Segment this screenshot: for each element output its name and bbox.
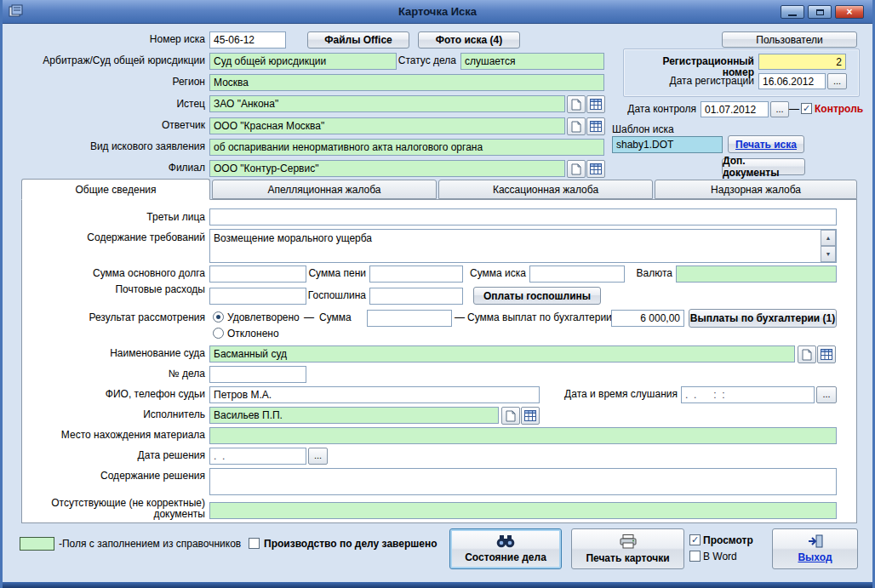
accounting-payments-button[interactable]: Выплаты по бухгалтерии (1) [689,309,837,328]
case-no-field[interactable] [209,366,306,383]
tab-general[interactable]: Общие сведения [21,179,210,200]
tab-cassation[interactable]: Кассационная жалоба [438,180,653,199]
state-duty-label: Госпошлина [306,290,366,301]
print-claim-label: Печать иска [735,139,797,151]
tab-supervisory[interactable]: Надзорная жалоба [655,180,857,199]
currency-field[interactable] [676,265,837,283]
control-date-field[interactable]: 01.07.2012 [701,101,769,117]
result-dash-2: — [455,312,465,323]
legend-label: -Поля с заполнением из справочников [59,539,241,550]
executor-dictionary-button[interactable] [521,407,540,425]
case-state-label: Состояние дела [465,551,546,563]
result-satisfied-label: Удовлетворено [227,312,300,323]
claim-template-field[interactable]: shaby1.DOT [612,136,723,153]
exit-button[interactable]: Выход [772,528,858,569]
claim-amount-field[interactable] [529,265,625,283]
claim-content-scroll-up-button[interactable]: ▲ [821,230,836,246]
claim-content-field[interactable]: Возмещение морального ущерба [209,229,837,263]
region-field[interactable]: Москва [209,74,604,91]
defendant-dictionary-button[interactable] [586,117,605,135]
binoculars-icon [495,534,516,548]
control-date-picker-button[interactable]: ... [770,101,789,117]
print-card-button[interactable]: Печать карточки [571,528,684,569]
print-claim-button[interactable]: Печать иска [728,135,804,153]
case-card-window: Карточка Иска × Номер иска 45-06-12 Файл… [0,0,875,588]
extra-documents-button[interactable]: Доп. документы [722,158,805,175]
result-satisfied-radio[interactable] [213,311,224,323]
registration-date-picker-button[interactable]: ... [827,73,847,89]
penalty-sum-label: Сумма пени [306,268,366,279]
court-name-clear-button[interactable] [798,345,816,363]
check-icon: ✓ [803,104,810,113]
maximize-button[interactable] [808,5,832,19]
files-office-button[interactable]: Файлы Office [307,31,409,49]
defendant-clear-button[interactable] [567,117,586,135]
users-button[interactable]: Пользователи [722,31,857,48]
case-finished-checkbox[interactable] [249,538,260,549]
principal-sum-label: Сумма основного долга [26,268,205,279]
plaintiff-field[interactable]: ЗАО "Анкона" [209,95,565,112]
penalty-sum-field[interactable] [369,265,463,283]
claim-photos-button[interactable]: Фото иска (4) [418,31,520,49]
defendant-field[interactable]: ООО "Красная Москва" [209,117,565,134]
case-finished-label: Производство по делу завершено [264,539,438,550]
court-name-field[interactable]: Басманный суд [209,345,795,363]
hearing-picker-button[interactable]: ... [816,386,837,403]
principal-sum-field[interactable] [209,265,306,283]
table-icon [524,410,536,421]
titlebar: Карточка Иска × [3,0,872,24]
exit-label: Выход [798,551,832,563]
case-number-label: Номер иска [18,34,205,45]
window-bottom-edge [3,582,872,588]
registration-date-label: Дата регистрации [628,76,754,87]
green-legend-swatch [20,537,54,551]
hearing-datetime-field[interactable]: . . : : [681,386,815,403]
court-type-field[interactable]: Суд общей юрисдикции [209,53,397,70]
plaintiff-label: Истец [18,99,205,110]
court-name-dictionary-button[interactable] [817,345,836,363]
document-icon [571,99,581,111]
branch-dictionary-button[interactable] [586,160,605,178]
branch-clear-button[interactable] [567,160,586,178]
close-button[interactable]: × [835,5,864,19]
duty-payments-button[interactable]: Оплаты госпошлины [473,287,601,305]
claim-type-field[interactable]: об оспаривании ненормативного акта налог… [209,139,604,156]
registration-number-field[interactable]: 2 [758,54,846,70]
decision-date-field[interactable]: . . [209,448,306,465]
word-label: В Word [703,551,737,562]
sum-field[interactable] [367,310,452,327]
printer-icon [620,534,637,549]
claim-content-scroll-down-button[interactable]: ▼ [821,246,836,262]
control-checkbox[interactable]: ✓ [801,103,812,114]
court-name-label: Наименование суда [26,348,205,359]
branch-field[interactable]: ООО "Контур-Сервис" [209,160,565,177]
judge-field[interactable]: Петров М.А. [209,386,540,403]
hearing-datetime-label: Дата и время слушания [560,389,678,400]
case-status-field[interactable]: слушается [460,53,604,70]
executor-clear-button[interactable] [501,407,520,425]
plaintiff-clear-button[interactable] [567,95,586,113]
claim-amount-label: Сумма иска [466,268,526,279]
judge-label: ФИО, телефон судьи [26,389,205,400]
missing-docs-field[interactable] [209,502,837,519]
state-duty-field[interactable] [369,288,463,305]
control-date-label: Дата контроля [590,104,696,115]
window-title: Карточка Иска [3,5,872,18]
accounting-sum-field[interactable]: 6 000,00 [611,310,684,327]
table-icon [821,349,832,360]
word-checkbox[interactable] [689,551,701,562]
preview-checkbox[interactable]: ✓ [689,534,701,545]
case-number-field[interactable]: 45-06-12 [209,31,286,49]
tab-appeal[interactable]: Апелляционная жалоба [212,180,437,199]
executor-field[interactable]: Васильев П.П. [209,407,499,424]
case-status-label: Статус дела [397,55,456,66]
material-location-field[interactable] [209,427,837,444]
third-parties-field[interactable] [209,208,837,225]
postal-costs-field[interactable] [209,288,306,305]
decision-content-field[interactable] [209,468,837,495]
result-declined-radio[interactable] [213,328,224,339]
minimize-button[interactable] [781,5,804,19]
registration-date-field[interactable]: 16.06.2012 [758,73,826,89]
case-state-button[interactable]: Состояние дела [449,528,562,569]
decision-date-picker-button[interactable]: ... [308,448,328,465]
